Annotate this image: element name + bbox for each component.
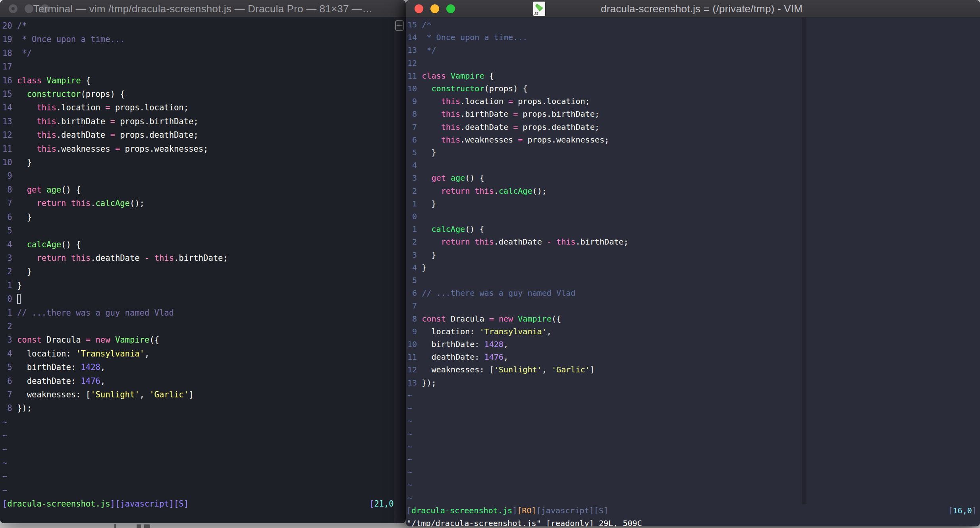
code-line: 13 */: [407, 44, 980, 56]
code-token: constructor: [27, 89, 81, 99]
split-pane-icon: [397, 25, 402, 26]
code-token: .weaknesses: [56, 144, 115, 154]
code-token: 'Transylvania': [76, 349, 145, 358]
code-token: this: [37, 103, 56, 112]
desktop-artifact: [144, 524, 150, 528]
terminal-titlebar[interactable]: Terminal — vim /tmp/dracula-screenshot.j…: [0, 0, 406, 17]
line-number: 2: [2, 320, 17, 333]
empty-buffer-line: ~: [407, 491, 980, 504]
terminal-window: Terminal — vim /tmp/dracula-screenshot.j…: [0, 0, 406, 523]
code-token: =: [513, 122, 518, 132]
code-token: calcAge: [431, 224, 465, 234]
line-number: 5: [407, 146, 422, 159]
code-token: () {: [61, 240, 81, 249]
line-number: 14: [2, 101, 17, 114]
statusline-right-segments: [dracula-screenshot.js][RO][javascript][…: [407, 504, 608, 517]
code-token: return: [37, 198, 66, 208]
code-token: .birthDate;: [174, 253, 228, 263]
statusline-filetype: [javascript]: [115, 499, 174, 509]
line-number: 1: [407, 197, 422, 210]
code-token: }: [17, 212, 32, 222]
line-number: 7: [407, 299, 422, 312]
terminal-scrollbar[interactable]: [394, 17, 405, 523]
tilde-marker: ~: [407, 403, 412, 413]
vim-buffer-right[interactable]: 15/*14 * Once upon a time...13 */1211cla…: [406, 17, 980, 504]
code-token: class: [17, 76, 42, 85]
code-token: this: [37, 117, 56, 126]
code-line: 6 }: [2, 210, 406, 224]
line-number: 3: [2, 333, 17, 347]
code-token: props.birthDate;: [115, 117, 199, 126]
tilde-marker: ~: [407, 429, 412, 439]
terminal-title: Terminal — vim /tmp/dracula-screenshot.j…: [0, 0, 406, 17]
code-token: [17, 253, 37, 263]
code-token: this: [37, 130, 56, 140]
code-line: 15 constructor(props) {: [2, 87, 406, 101]
code-token: Dracula: [42, 335, 86, 345]
code-token: ,: [100, 362, 105, 372]
line-number: 16: [2, 74, 17, 87]
code-token: // ...there was a guy named Vlad: [17, 308, 174, 318]
line-number: 3: [407, 172, 422, 184]
vim-buffer-left[interactable]: 20/*19 * Once upon a time...18 */1716cla…: [0, 17, 406, 497]
line-number: 7: [2, 197, 17, 210]
tilde-marker: ~: [407, 442, 412, 451]
line-number: 8: [2, 401, 17, 415]
code-token: (props) {: [81, 89, 125, 99]
tilde-marker: ~: [407, 455, 412, 464]
code-token: this: [441, 96, 460, 106]
code-token: =: [110, 130, 115, 140]
code-token: calcAge: [27, 240, 61, 249]
code-token: birthDate:: [422, 339, 484, 349]
code-line: 14 * Once upon a time...: [407, 31, 980, 44]
code-token: [17, 89, 27, 99]
empty-buffer-line: ~: [407, 428, 980, 440]
code-token: [66, 198, 71, 208]
code-token: Vampire: [115, 335, 149, 345]
code-token: birthDate:: [17, 362, 81, 372]
line-number: 9: [2, 169, 17, 183]
code-line: 10 constructor(props) {: [407, 82, 980, 95]
empty-buffer-line: ~: [407, 440, 980, 453]
code-token: [494, 314, 499, 324]
empty-buffer-line: ~: [407, 389, 980, 402]
code-line: 5 }: [407, 146, 980, 159]
code-token: get: [431, 173, 446, 183]
code-line: 1 }: [407, 197, 980, 210]
line-number: 5: [407, 274, 422, 287]
vim-statusline-left: [dracula-screenshot.js][javascript][S] […: [0, 497, 406, 511]
code-line: 8const Dracula = new Vampire({: [407, 312, 980, 325]
tilde-marker: ~: [2, 431, 7, 440]
code-token: /*: [422, 20, 431, 29]
split-pane-button[interactable]: [395, 20, 404, 31]
code-line: 14 this.location = props.location;: [2, 101, 406, 114]
code-token: 'Sunlight': [494, 365, 542, 374]
code-token: [470, 237, 475, 247]
line-number: 7: [407, 121, 422, 133]
code-token: // ...there was a guy named Vlad: [422, 288, 575, 298]
code-token: 'Transylvania': [479, 327, 546, 336]
code-line: 12 this.deathDate = props.deathDate;: [2, 128, 406, 142]
code-token: [110, 335, 115, 345]
line-number: 1: [2, 279, 17, 292]
code-token: }: [422, 199, 436, 208]
code-token: =: [508, 96, 513, 106]
line-number: 1: [407, 223, 422, 235]
code-token: 1428: [484, 339, 504, 349]
code-token: new: [96, 335, 110, 345]
line-number: 3: [407, 249, 422, 261]
code-line: 11class Vampire {: [407, 69, 980, 82]
terminal-content: 20/*19 * Once upon a time...18 */1716cla…: [0, 17, 406, 523]
line-number: 6: [407, 133, 422, 146]
code-token: (props) {: [484, 84, 528, 93]
code-token: =: [110, 117, 115, 126]
code-token: .weaknesses: [460, 135, 518, 145]
line-number: 12: [407, 57, 422, 69]
empty-buffer-line: ~: [2, 470, 406, 483]
code-token: const: [17, 335, 42, 345]
line-number: 11: [2, 142, 17, 156]
macvim-titlebar[interactable]: JS dracula-screenshot.js = (/private/tmp…: [406, 0, 980, 17]
code-token: =: [489, 314, 494, 324]
code-token: .birthDate: [460, 109, 513, 119]
code-token: {: [484, 71, 494, 81]
